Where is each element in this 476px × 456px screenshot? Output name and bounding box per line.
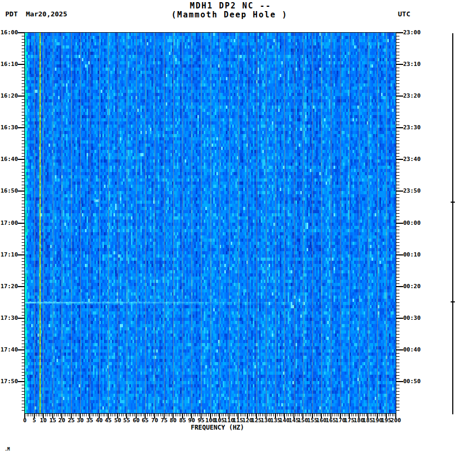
- right-axis-tick: [396, 112, 399, 112]
- frequency-axis-label: 85: [179, 417, 186, 424]
- right-axis-tick: [396, 64, 403, 65]
- left-axis-tick: [22, 197, 25, 198]
- frequency-axis-tick: [158, 414, 159, 416]
- frequency-axis-label: 130: [261, 417, 271, 424]
- right-axis-tick: [396, 245, 399, 246]
- right-axis-tick: [396, 58, 399, 59]
- frequency-axis-tick: [346, 414, 346, 416]
- right-axis-tick: [396, 261, 399, 262]
- frequency-axis-label: 20: [58, 417, 65, 424]
- frequency-axis-tick: [301, 414, 302, 416]
- left-axis-tick: [22, 249, 25, 249]
- left-axis-tick: [22, 125, 25, 125]
- left-axis-tick: [22, 153, 25, 154]
- right-axis-tick: [396, 274, 399, 274]
- station-subtitle: (Mammoth Deep Hole ): [172, 10, 288, 20]
- frequency-axis-tick: [49, 414, 50, 416]
- right-axis-tick: [396, 293, 399, 293]
- frequency-axis-tick: [97, 414, 98, 416]
- left-axis-tick: [22, 204, 25, 204]
- right-axis-tick: [396, 306, 399, 306]
- left-axis-tick: [22, 194, 25, 195]
- frequency-axis-tick: [64, 414, 64, 416]
- left-axis-tick: [22, 261, 25, 262]
- frequency-axis-tick: [279, 414, 280, 416]
- right-axis-tick: [396, 290, 399, 290]
- frequency-axis-label: 30: [77, 417, 83, 424]
- left-axis-tick: [22, 80, 25, 81]
- frequency-axis-tick: [199, 414, 199, 416]
- frequency-axis-tick: [73, 414, 73, 416]
- left-axis-tick: [22, 93, 25, 93]
- frequency-axis-tick: [140, 414, 140, 416]
- frequency-axis-tick: [212, 414, 213, 416]
- right-axis-tick: [396, 90, 399, 90]
- frequency-axis-tick: [360, 414, 361, 416]
- frequency-axis-tick: [160, 414, 161, 416]
- frequency-axis-label: 60: [132, 417, 139, 424]
- frequency-axis-label: 0: [23, 417, 27, 424]
- left-axis-tick: [22, 388, 25, 388]
- right-axis-tick: [396, 407, 399, 407]
- left-axis-tick: [18, 64, 25, 65]
- right-axis-label: 00:40: [403, 347, 421, 353]
- frequency-axis-tick: [129, 414, 129, 416]
- frequency-axis-tick: [54, 414, 55, 416]
- left-axis-tick: [22, 271, 25, 271]
- frequency-axis-label: 35: [86, 417, 93, 424]
- right-axis-tick: [396, 156, 399, 157]
- right-axis-tick: [396, 378, 399, 379]
- left-axis-tick: [18, 286, 25, 287]
- frequency-axis-tick: [332, 414, 333, 416]
- left-axis-tick: [22, 404, 25, 404]
- frequency-axis-label: 10: [40, 417, 46, 424]
- right-axis-tick: [396, 363, 399, 363]
- frequency-axis-tick: [112, 414, 112, 416]
- frequency-axis-label: 25: [68, 417, 74, 424]
- frequency-axis-tick: [169, 414, 170, 416]
- frequency-axis-tick: [379, 414, 379, 416]
- timezone-left-label: PDT: [5, 10, 17, 18]
- left-axis-tick: [22, 325, 25, 325]
- right-axis-tick: [396, 39, 399, 40]
- right-axis-tick: [396, 207, 399, 207]
- frequency-axis-tick: [392, 414, 393, 416]
- frequency-axis-tick: [168, 414, 168, 416]
- frequency-axis-tick: [103, 414, 103, 416]
- frequency-axis-tick: [268, 414, 268, 416]
- frequency-axis-tick: [162, 414, 163, 416]
- frequency-axis-tick: [231, 414, 231, 416]
- left-axis-tick: [22, 359, 25, 360]
- frequency-axis-tick: [104, 414, 105, 416]
- left-axis-tick: [22, 49, 25, 49]
- frequency-axis-tick: [28, 414, 29, 416]
- frequency-axis-tick: [374, 414, 374, 416]
- left-axis-label: 17:00: [1, 220, 18, 226]
- frequency-axis-tick: [180, 414, 181, 416]
- left-axis-tick: [22, 150, 25, 150]
- scale-bar-tick: [451, 202, 455, 203]
- right-axis-label: 00:00: [403, 220, 421, 226]
- right-axis-tick: [396, 71, 399, 71]
- right-axis-tick: [396, 233, 399, 233]
- right-axis-tick: [396, 381, 403, 382]
- left-axis-tick: [22, 290, 25, 290]
- scale-bar-tick: [451, 301, 455, 302]
- right-axis-tick: [396, 337, 399, 338]
- left-axis-tick: [22, 293, 25, 293]
- left-axis-tick: [22, 106, 25, 106]
- frequency-axis-label: 80: [169, 417, 176, 424]
- right-axis-tick: [396, 315, 399, 316]
- right-axis-tick: [396, 286, 403, 287]
- frequency-axis-tick: [320, 414, 320, 416]
- right-axis-label: 23:10: [403, 61, 421, 68]
- left-axis-tick: [22, 90, 25, 90]
- right-axis-tick: [396, 254, 403, 255]
- right-axis-tick: [396, 182, 399, 182]
- left-axis-tick: [22, 166, 25, 166]
- right-axis-tick: [396, 96, 403, 97]
- frequency-axis-tick: [325, 414, 326, 416]
- left-axis-tick: [18, 96, 25, 97]
- left-axis-tick: [22, 280, 25, 281]
- right-axis-tick: [396, 175, 399, 176]
